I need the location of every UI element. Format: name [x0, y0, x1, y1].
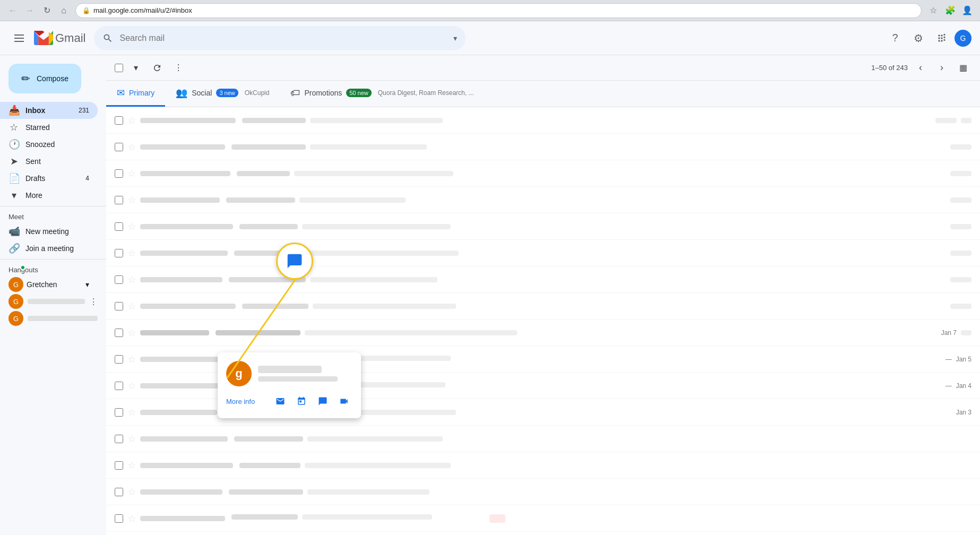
home-button[interactable]: ⌂	[56, 3, 71, 18]
hangout-more-icon[interactable]: ⋮	[89, 297, 98, 307]
email-area: ▾ ⋮ 1–50 of 243 ‹ › ▦ ✉ Primary	[106, 55, 980, 535]
sender-blurred	[140, 489, 222, 495]
row-checkbox[interactable]	[115, 302, 123, 310]
table-row[interactable]: ☆	[106, 160, 980, 187]
inbox-label: Inbox	[25, 106, 72, 115]
gmail-m-icon	[34, 31, 53, 45]
sidebar-item-new-meeting[interactable]: 📹 New meeting	[0, 223, 98, 240]
row-checkbox[interactable]	[115, 222, 123, 231]
help-button[interactable]: ?	[884, 28, 906, 49]
sidebar-item-more[interactable]: ▾ More	[0, 187, 98, 204]
bookmark-button[interactable]: ☆	[926, 3, 941, 18]
star-icon[interactable]: ☆	[127, 353, 136, 365]
star-icon[interactable]: ☆	[127, 380, 136, 392]
hangout-item-1[interactable]: G ⋮	[0, 293, 106, 310]
toolbar-more-button[interactable]: ⋮	[170, 59, 187, 76]
user-avatar[interactable]: G	[955, 30, 972, 47]
table-row[interactable]: ☆	[106, 479, 980, 505]
row-checkbox[interactable]	[115, 275, 123, 284]
prev-page-button[interactable]: ‹	[912, 59, 929, 76]
row-checkbox[interactable]	[115, 488, 123, 496]
star-icon[interactable]: ☆	[127, 168, 136, 179]
table-row[interactable]: ☆	[106, 266, 980, 293]
star-icon[interactable]: ☆	[127, 327, 136, 339]
sidebar-item-snoozed[interactable]: 🕐 Snoozed	[0, 136, 98, 153]
row-checkbox[interactable]	[115, 143, 123, 151]
star-icon[interactable]: ☆	[127, 115, 136, 126]
sender-blurred	[140, 357, 230, 362]
tab-social[interactable]: 👥 Social 3 new OkCupid	[165, 81, 280, 107]
sidebar-item-hangout-user[interactable]: G Gretchen ▾	[0, 276, 98, 293]
table-row[interactable]: ☆	[106, 532, 980, 535]
search-input[interactable]	[119, 33, 447, 43]
table-row[interactable]: ☆	[106, 187, 980, 213]
email-action-button[interactable]	[272, 393, 289, 410]
table-row[interactable]: ☆	[106, 505, 980, 532]
table-row[interactable]: ☆	[106, 240, 980, 266]
back-button[interactable]: ←	[5, 3, 20, 18]
refresh-button[interactable]	[149, 59, 166, 76]
sidebar-item-drafts[interactable]: 📄 Drafts 4	[0, 170, 98, 187]
row-checkbox[interactable]	[115, 196, 123, 204]
star-icon[interactable]: ☆	[127, 247, 136, 259]
row-checkbox[interactable]	[115, 355, 123, 364]
star-icon[interactable]: ☆	[127, 433, 136, 445]
video-action-button[interactable]	[336, 393, 353, 410]
sidebar-item-join-meeting[interactable]: 🔗 Join a meeting	[0, 240, 98, 257]
table-row[interactable]: ☆ Jan 7	[106, 320, 980, 346]
star-icon[interactable]: ☆	[127, 274, 136, 286]
sidebar-item-inbox[interactable]: 📥 Inbox 231	[0, 102, 98, 119]
next-page-button[interactable]: ›	[933, 59, 950, 76]
star-icon[interactable]: ☆	[127, 513, 136, 524]
table-row[interactable]: ☆	[106, 107, 980, 134]
select-all-checkbox[interactable]	[115, 64, 123, 72]
row-checkbox[interactable]	[115, 435, 123, 443]
row-checkbox[interactable]	[115, 116, 123, 125]
row-checkbox[interactable]	[115, 461, 123, 470]
sender-blurred	[140, 516, 225, 521]
apps-button[interactable]	[931, 28, 952, 49]
sidebar-item-sent[interactable]: ➤ Sent	[0, 153, 98, 170]
table-row[interactable]: ☆	[106, 452, 980, 479]
label-tag	[489, 514, 505, 523]
settings-button[interactable]: ⚙	[908, 28, 929, 49]
email-date: Jan 4	[956, 382, 972, 390]
table-row[interactable]: ☆	[106, 134, 980, 160]
popup-contact-name	[258, 366, 322, 373]
star-icon[interactable]: ☆	[127, 460, 136, 471]
star-icon[interactable]: ☆	[127, 407, 136, 418]
menu-button[interactable]	[8, 28, 30, 49]
star-icon[interactable]: ☆	[127, 486, 136, 498]
sidebar-item-starred[interactable]: ☆ Starred	[0, 119, 98, 136]
sender-blurred	[140, 144, 225, 150]
more-info-link[interactable]: More info	[226, 398, 255, 405]
address-bar[interactable]: 🔒 mail.google.com/mail/u/2/#inbox	[75, 3, 922, 18]
reload-button[interactable]: ↻	[39, 3, 54, 18]
star-icon[interactable]: ☆	[127, 194, 136, 206]
row-checkbox[interactable]	[115, 169, 123, 178]
forward-button[interactable]: →	[22, 3, 37, 18]
extension-button[interactable]: 🧩	[943, 3, 958, 18]
table-row[interactable]: ☆	[106, 426, 980, 452]
tab-promotions[interactable]: 🏷 Promotions 50 new Quora Digest, Roam R…	[280, 81, 484, 107]
chat-action-button[interactable]	[314, 393, 331, 410]
compose-button[interactable]: ✏ Compose	[8, 64, 81, 93]
star-icon[interactable]: ☆	[127, 141, 136, 153]
search-dropdown-icon[interactable]: ▾	[453, 34, 457, 42]
table-row[interactable]: ☆	[106, 293, 980, 320]
select-dropdown-button[interactable]: ▾	[127, 59, 144, 76]
layout-button[interactable]: ▦	[955, 59, 972, 76]
row-checkbox[interactable]	[115, 329, 123, 337]
row-checkbox[interactable]	[115, 514, 123, 523]
search-bar[interactable]: ▾	[94, 26, 466, 50]
star-icon[interactable]: ☆	[127, 300, 136, 312]
row-checkbox[interactable]	[115, 408, 123, 417]
tab-primary[interactable]: ✉ Primary	[106, 81, 165, 107]
hangout-item-2[interactable]: G	[0, 310, 106, 327]
row-checkbox[interactable]	[115, 249, 123, 257]
calendar-action-button[interactable]	[293, 393, 310, 410]
star-icon[interactable]: ☆	[127, 221, 136, 232]
profile-button[interactable]: 👤	[960, 3, 975, 18]
row-checkbox[interactable]	[115, 382, 123, 390]
table-row[interactable]: ☆	[106, 213, 980, 240]
